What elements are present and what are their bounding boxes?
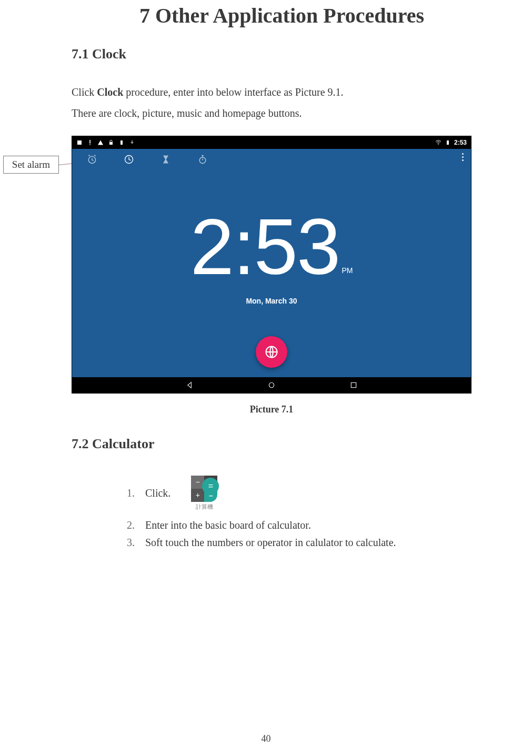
calculator-icon-label: 計算機	[196, 503, 213, 511]
text: Click	[72, 86, 97, 98]
svg-rect-0	[77, 140, 82, 145]
lock-icon	[108, 139, 114, 146]
calculator-app-icon: − × + = 計算機	[183, 472, 225, 514]
svg-point-7	[199, 157, 206, 164]
clock-time-display: 2:53PM	[72, 201, 471, 293]
warning-icon	[97, 139, 104, 146]
svg-rect-2	[121, 140, 123, 145]
svg-point-3	[438, 144, 439, 145]
world-clock-fab[interactable]	[256, 336, 287, 368]
svg-rect-10	[351, 382, 356, 387]
list-text: Click.	[145, 487, 170, 499]
callout-set-alarm: Set alarm	[3, 156, 59, 174]
usb-icon	[87, 139, 93, 146]
clock-icon[interactable]	[124, 154, 134, 165]
globe-icon	[264, 345, 279, 359]
svg-point-9	[269, 382, 274, 387]
overflow-menu-icon[interactable]	[462, 153, 464, 161]
list-text: Enter into the basic board of calculator…	[145, 519, 311, 531]
clock-tab-bar	[72, 149, 471, 170]
clock-ampm: PM	[342, 266, 353, 293]
list-item: 2. Enter into the basic board of calcula…	[124, 519, 471, 531]
section-7-2-heading: 7.2 Calculator	[72, 436, 471, 452]
timer-icon[interactable]	[160, 154, 171, 165]
clock-app-body: 2:53PM Mon, March 30	[72, 149, 471, 377]
calculator-instruction-list: 1. Click. − × + = 計算機 2. Enter into the …	[124, 472, 471, 549]
clock-screenshot: 2:53 2:53PM Mon, March 30	[72, 136, 471, 394]
page-number: 40	[0, 733, 532, 744]
wifi-icon	[435, 139, 441, 146]
clock-date: Mon, March 30	[72, 297, 471, 305]
section-7-1-heading: 7.1 Clock	[72, 46, 471, 62]
picture-7-1-caption: Picture 7.1	[72, 404, 471, 415]
nav-recent-icon[interactable]	[349, 381, 358, 389]
list-item: 3. Soft touch the numbers or operator in…	[124, 537, 471, 549]
download-icon	[129, 139, 135, 146]
nav-back-icon[interactable]	[185, 381, 194, 389]
paragraph-7-1-line1: Click Clock procedure, enter into below …	[72, 83, 471, 101]
list-text: Soft touch the numbers or operator in ca…	[145, 537, 396, 549]
stopwatch-icon[interactable]	[197, 154, 208, 165]
list-item: 1. Click. − × + = 計算機	[124, 472, 471, 514]
list-number: 2.	[124, 519, 135, 531]
page-title: 7 Other Application Procedures	[0, 0, 532, 28]
text: procedure, enter into below interface as…	[123, 86, 343, 98]
alarm-icon[interactable]	[87, 154, 97, 165]
clock-digits: 2:53	[190, 201, 340, 293]
nav-home-icon[interactable]	[267, 381, 276, 389]
svg-rect-1	[109, 142, 113, 145]
paragraph-7-1-line2: There are clock, picture, music and home…	[72, 104, 471, 122]
android-nav-bar	[72, 377, 471, 393]
status-bar: 2:53	[72, 136, 471, 149]
list-number: 1.	[124, 487, 135, 499]
bold-clock: Clock	[97, 86, 123, 98]
status-time: 2:53	[454, 139, 467, 146]
battery-charging-icon	[445, 139, 451, 146]
battery-icon	[118, 139, 125, 146]
list-number: 3.	[124, 537, 135, 549]
svg-rect-4	[447, 140, 449, 145]
screenshot-icon	[76, 139, 83, 146]
